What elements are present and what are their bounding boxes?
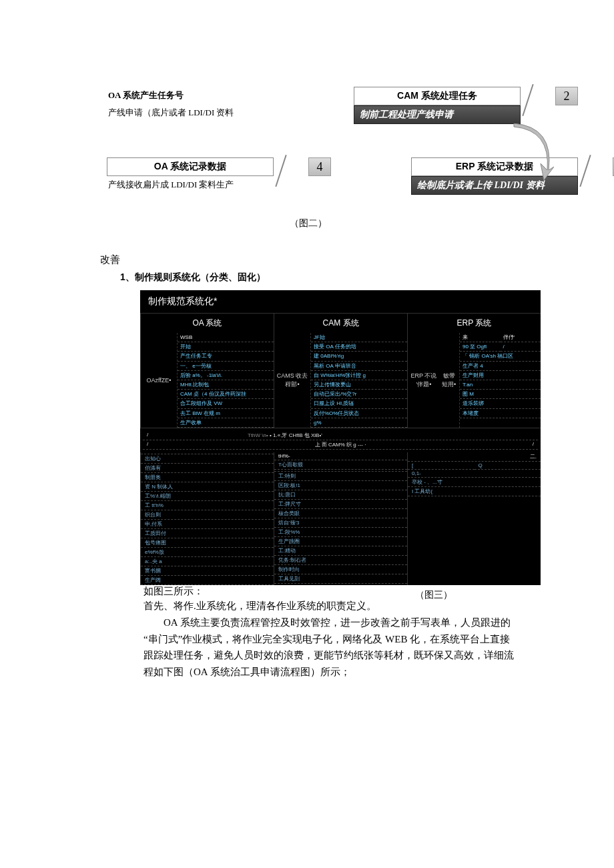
spec-item: 工:牌尺寸: [274, 500, 407, 509]
para-fig3-ref: 如图三所示：: [143, 585, 574, 598]
spec-mid-row-2: / 上 而 CAM% 织 g --- · /: [143, 440, 538, 450]
spec-item: 接受 OA 任务的培: [311, 342, 407, 352]
erp-h1: 来: [460, 333, 501, 342]
erp-h2: 伴伃': [501, 333, 541, 342]
flow-step-2: CAM 系统处理任务 制前工程处理产线申请: [354, 87, 521, 124]
spec-item: 工:特则: [274, 472, 407, 481]
para-2: OA 系统主要负责流程管控及时效管控，进一步改善之前手写表单，人员跟进的“串门式…: [143, 614, 514, 681]
spec-item: 黑析 OA 申请班音: [311, 362, 407, 371]
curved-arrow-icon: [507, 123, 554, 183]
spec-col1-label: OAzffZE•: [141, 333, 178, 428]
rule-text: 、制作规则系统化（分类、固化）: [125, 272, 266, 282]
spec-item: 开始: [178, 342, 274, 352]
divider-slash: [274, 157, 288, 184]
flow1-title: OA 系统产生任务号: [107, 87, 274, 104]
spec-bottom-left: 出知心伯涤有制册奥资 N 制体人工%'/i.峪朗工 tt'h%织台则申,付系工质…: [140, 452, 274, 585]
flow4-sub: 产线接收扁片成 LDI/DI 案料生产: [107, 176, 274, 193]
spec-item: 另上传情改要山: [311, 380, 407, 390]
spec-wsb: WSB: [178, 333, 274, 342]
flow-step-1: OA 系统产生任务号 产线申请（底片或者 LDI/DI 资料: [107, 87, 274, 121]
spec-mid-row-1: / TthW \n• • 1.«.牙 CHflB 包 XiB•': [143, 431, 538, 440]
spec-header-oa: OA 系统: [140, 313, 274, 333]
spec-item: 申,付系: [141, 520, 274, 529]
spec-item: 出知心: [141, 454, 274, 464]
flow-step-4: OA 系统记录数据 产线接收扁片成 LDI/DI 案料生产: [107, 157, 274, 193]
spec-item: 一、 e一劳核: [178, 362, 274, 371]
spec-item: JF始: [311, 333, 407, 342]
spec-item: 资 N 制体人: [141, 482, 274, 492]
flow4-title: OA 系统记录数据: [107, 157, 274, 176]
spec-table-fig3: 制作规范系统化* OA 系统 CAM 系统 ERP 系统 OAzffZE• WS…: [140, 290, 541, 585]
spec-item: 合工段组作及 VW: [178, 399, 274, 408]
spec-item: 制册奥: [141, 473, 274, 482]
spec-item: 包号痛图: [141, 538, 274, 548]
erp-r3: 「 销析 OA'sh 福口区: [460, 352, 541, 361]
para-1: 首先、将作.业系统化，理清各作业系统的职责定义。: [143, 598, 514, 614]
spec-item: 生产阔: [141, 576, 274, 585]
spec-item: 自 W%la'Hi%张计控 g: [311, 371, 407, 380]
spec-item: 工质田付: [141, 529, 274, 538]
figure3-caption: （图三）: [414, 589, 454, 601]
spec-item: 富书捆: [141, 566, 274, 576]
spec-item: 道乐装绑: [460, 399, 541, 408]
spec-item: 产生任务工专: [178, 352, 274, 361]
spec-item: 举校 - 、...寸: [408, 478, 541, 487]
spec-item: 区段:板!1: [274, 481, 407, 490]
spec-item: 生产财用: [460, 371, 541, 380]
spec-item: 焙自'臻'3: [274, 518, 407, 528]
spec-bottom-mid: tH%- T心面歇狠工:特则区段:板!1抗:唐口工:牌尺寸核合类眼焙自'臻'3工…: [274, 452, 407, 585]
spec-item: e%f%放: [141, 548, 274, 557]
spec-bottom-right: 二. [ Q 0,1-举校 - 、...寸I 工具幼{: [407, 452, 541, 585]
spec-item: CAM 桌（4 份汉及件药深挂: [178, 390, 274, 399]
flow2-sub: 制前工程处理产线申请: [354, 105, 521, 124]
spec-item: 图 M: [460, 390, 541, 399]
spec-item: 日服上设 HI,质辐: [311, 399, 407, 408]
rule-number: 1: [120, 272, 125, 282]
spec-col-cam: CAMS 收去程部• JF始接受 OA 任务的培建 0ABI%'rig黑析 OA…: [274, 333, 407, 428]
spec-item: 去工 BiW 在规 m: [178, 409, 274, 418]
spec-item: g%: [311, 418, 407, 428]
spec-col-oa: OAzffZE• WSB 开始产生任务工专一、 e一劳核后验 a%。 -1la'…: [140, 333, 274, 428]
spec-item: 后验 a%。 -1la'i/i.: [178, 371, 274, 380]
spec-item: 自动已采出/%交?r: [311, 390, 407, 399]
flow2-title: CAM 系统处理任务: [354, 87, 521, 105]
erp-r2: /: [501, 342, 541, 352]
spec-item: 制作时向: [274, 565, 407, 574]
spec-col3-label: ERP 不说 '伴题• 敏带短用•: [408, 333, 460, 428]
spec-item: 生产者 4: [460, 362, 541, 371]
spec-item: 抗:唐口: [274, 490, 407, 500]
spec-item: 工%'/i.峪朗: [141, 492, 274, 501]
divider-slash: [521, 87, 535, 113]
spec-col2-label: CAMS 收去程部•: [274, 333, 311, 428]
spec-item: 生产收单: [178, 418, 274, 428]
flow1-sub: 产线申请（底片或者 LDI/DI 资料: [107, 104, 274, 121]
spec-item: T:an: [460, 380, 541, 390]
spec-item: 生产跳圈: [274, 537, 407, 546]
spec-title: 制作规范系统化*: [140, 290, 541, 313]
spec-item: 织台则: [141, 510, 274, 520]
flow-badge-2: 2: [555, 87, 578, 105]
spec-item: MHtt.比制包: [178, 380, 274, 390]
spec-item: 工 tt'h%: [141, 501, 274, 510]
heading-improve: 改善: [100, 254, 574, 266]
flow-diagram-fig2: OA 系统产生任务号 产线申请（底片或者 LDI/DI 资料 CAM 系统处理任…: [107, 87, 574, 247]
spec-item: 0,1-: [408, 470, 541, 478]
figure2-caption: （图二）: [288, 218, 328, 230]
spec-item: I 工具幼{: [408, 487, 541, 496]
spec-item: T心面歇狠: [274, 460, 407, 470]
spec-item: 反付%O%任员状态: [311, 409, 407, 418]
heading-rule-1: 1、制作规则系统化（分类、固化）: [120, 272, 574, 284]
spec-col-erp: ERP 不说 '伴题• 敏带短用• 来 伴伃' 90 至 Ogfl / 「 销析…: [407, 333, 541, 428]
spec-item: 核合类眼: [274, 509, 407, 518]
spec-header-erp: ERP 系统: [407, 313, 541, 333]
spec-item: 工:精动: [274, 546, 407, 556]
spec-header-row: OA 系统 CAM 系统 ERP 系统: [140, 313, 541, 333]
spec-item: 本堵度: [460, 409, 541, 418]
erp-r1: 90 至 Ogfl: [460, 342, 501, 352]
divider-slash: [578, 157, 593, 184]
spec-item: 伯涤有: [141, 464, 274, 473]
spec-item: 建 0ABI%'rig: [311, 352, 407, 361]
spec-item: 凭务:制石者: [274, 556, 407, 565]
flow-badge-4: 4: [308, 157, 331, 176]
spec-item: 工:段%%: [274, 528, 407, 537]
